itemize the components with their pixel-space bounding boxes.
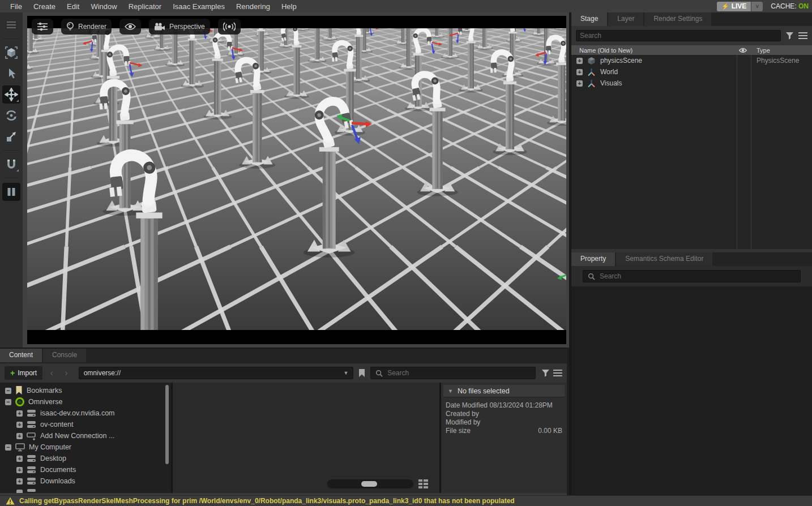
tree-item-desktop[interactable]: + Desktop: [0, 453, 171, 464]
pause-button[interactable]: [2, 183, 20, 201]
frame-select-tool[interactable]: [2, 44, 20, 62]
renderer-button[interactable]: Renderer: [61, 19, 112, 35]
tree-item-omniverse[interactable]: − Omniverse: [0, 396, 171, 408]
expand-toggle[interactable]: +: [16, 478, 23, 484]
bookmark-button[interactable]: [357, 368, 367, 378]
expand-toggle[interactable]: +: [16, 433, 23, 439]
tree-item-add-connection[interactable]: + Add New Connection ...: [0, 430, 171, 441]
tree-item-label: Documents: [40, 466, 76, 474]
menu-create[interactable]: Create: [28, 2, 61, 11]
collapse-toggle[interactable]: −: [5, 399, 11, 405]
visibility-column-eye-icon[interactable]: [739, 48, 747, 53]
menu-isaac-examples[interactable]: Isaac Examples: [167, 2, 230, 11]
stage-row-visuals[interactable]: + Visuals: [571, 78, 812, 89]
search-icon: [375, 370, 383, 377]
chevron-down-icon[interactable]: ▼: [343, 370, 348, 376]
menu-rendering[interactable]: Rendering: [230, 2, 276, 11]
content-browser-panel: Content Console + Import ‹ › omniverse:/…: [0, 348, 567, 495]
grid-view-toggle-icon[interactable]: [418, 479, 428, 488]
expand-toggle[interactable]: +: [16, 410, 23, 417]
content-search-input[interactable]: Search: [370, 367, 536, 379]
live-label: LIVE: [732, 2, 747, 10]
stage-row-world[interactable]: + World: [571, 66, 812, 78]
expand-toggle[interactable]: +: [16, 467, 23, 473]
menu-replicator[interactable]: Replicator: [123, 2, 168, 11]
details-header[interactable]: ▼ No files selected: [443, 385, 565, 397]
options-hamburger-icon[interactable]: [798, 32, 807, 39]
import-button[interactable]: + Import: [5, 366, 42, 380]
forward-button[interactable]: ›: [61, 368, 72, 378]
detail-label: File size: [446, 427, 471, 435]
camera-button[interactable]: Perspective: [149, 19, 210, 35]
tree-item-label: Desktop: [40, 454, 66, 462]
tab-stage[interactable]: Stage: [571, 12, 607, 26]
collapse-toggle[interactable]: −: [5, 388, 11, 394]
menu-edit[interactable]: Edit: [61, 2, 85, 11]
tab-layer[interactable]: Layer: [608, 12, 643, 26]
chevron-down-icon: ˅: [755, 3, 759, 10]
collapse-toggle[interactable]: −: [5, 444, 11, 451]
viewport-3d[interactable]: Renderer Perspective: [27, 16, 566, 344]
tree-item-label: isaac-dev.ov.nvidia.com: [40, 409, 115, 417]
tree-scrollbar[interactable]: [165, 385, 169, 464]
expand-toggle[interactable]: +: [16, 456, 23, 462]
tree-item-server[interactable]: + isaac-dev.ov.nvidia.com: [0, 408, 171, 419]
tab-render-settings[interactable]: Render Settings: [644, 12, 711, 26]
scale-tool[interactable]: [2, 127, 20, 145]
menu-bar: File Create Edit Window Replicator Isaac…: [0, 0, 812, 12]
tree-item-server[interactable]: + ov-content: [0, 419, 171, 430]
tree-item-my-computer[interactable]: − My Computer: [0, 441, 171, 453]
move-tool[interactable]: [2, 85, 20, 104]
property-search-input[interactable]: Search: [583, 270, 801, 282]
camera-label: Perspective: [169, 23, 205, 31]
menu-help[interactable]: Help: [276, 2, 302, 11]
expand-toggle[interactable]: +: [16, 422, 23, 428]
tree-item-downloads[interactable]: + Downloads: [0, 475, 171, 487]
rotate-tool[interactable]: [2, 106, 20, 125]
stage-search-input[interactable]: [576, 30, 781, 41]
column-name-label[interactable]: Name (Old to New): [579, 47, 632, 54]
tree-item-documents[interactable]: + Documents: [0, 464, 171, 475]
toolbar-menu-button[interactable]: [2, 16, 20, 34]
thumbnail-zoom-slider[interactable]: [327, 479, 413, 488]
stage-tabstrip: Stage Layer Render Settings: [571, 12, 812, 26]
filter-icon[interactable]: [785, 32, 794, 40]
back-button[interactable]: ‹: [46, 368, 57, 378]
content-toolbar: + Import ‹ › omniverse:// ▼ Search: [0, 363, 567, 383]
expand-toggle[interactable]: +: [576, 69, 583, 75]
viewport-settings-button[interactable]: [32, 19, 53, 35]
column-type-label[interactable]: Type: [757, 47, 770, 54]
viewport-scene[interactable]: [27, 28, 566, 330]
tree-item-bookmarks[interactable]: − Bookmarks: [0, 385, 171, 396]
eye-icon: [125, 23, 136, 31]
tab-semantics-schema-editor[interactable]: Semantics Schema Editor: [616, 252, 712, 266]
live-dropdown-button[interactable]: ˅: [751, 2, 763, 11]
detail-label: Modified by: [446, 418, 480, 426]
visibility-button[interactable]: [119, 19, 141, 35]
capture-button[interactable]: [218, 19, 241, 35]
menu-window[interactable]: Window: [85, 2, 122, 11]
menu-file[interactable]: File: [5, 2, 28, 11]
bookmark-icon: [15, 386, 23, 395]
rotate-icon: [5, 109, 18, 122]
live-button[interactable]: ⚡ LIVE: [717, 2, 751, 11]
path-input[interactable]: omniverse:// ▼: [79, 367, 354, 379]
stage-row-physicsscene[interactable]: + physicsScene PhysicsScene: [571, 55, 812, 66]
details-header-label: No files selected: [458, 387, 510, 395]
snap-tool[interactable]: [2, 155, 20, 173]
tab-content[interactable]: Content: [0, 349, 42, 362]
prim-name: physicsScene: [600, 57, 642, 65]
server-icon: [27, 421, 36, 428]
files-grid-empty[interactable]: [173, 383, 439, 493]
tab-console[interactable]: Console: [43, 349, 86, 362]
physics-scene-cube-icon: [587, 57, 596, 65]
expand-toggle[interactable]: +: [576, 80, 583, 87]
right-panel: Stage Layer Render Settings Name (Old to…: [569, 12, 812, 495]
filter-icon[interactable]: [541, 369, 550, 377]
tab-property[interactable]: Property: [571, 252, 615, 266]
tree-item-partial[interactable]: [0, 487, 171, 493]
expand-toggle[interactable]: +: [576, 58, 583, 64]
options-hamburger-icon[interactable]: [553, 370, 562, 376]
slider-handle[interactable]: [361, 481, 377, 487]
select-tool[interactable]: [2, 65, 20, 83]
